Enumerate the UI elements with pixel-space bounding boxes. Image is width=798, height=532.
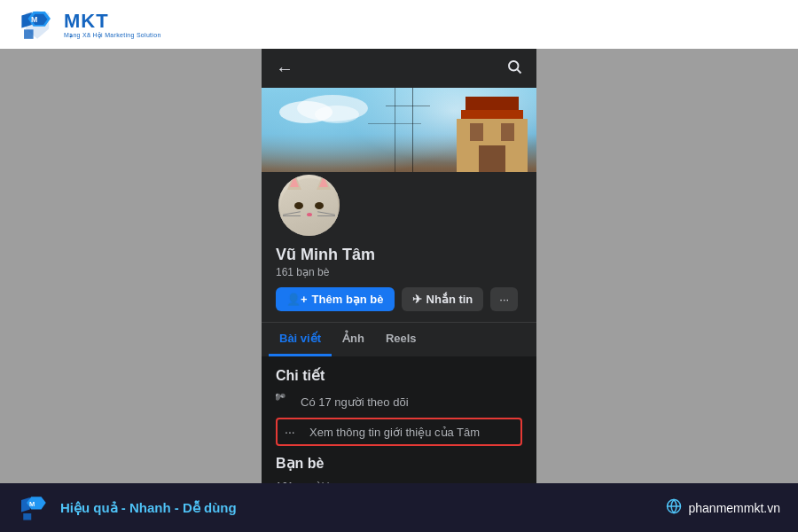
slogan-part1: Hiệu quả - Nhanh - bbox=[60, 500, 183, 515]
svg-text:M: M bbox=[29, 499, 35, 507]
add-friend-button[interactable]: 👤+ Thêm bạn bè bbox=[276, 287, 395, 311]
phone-mockup: ← bbox=[262, 49, 536, 483]
intro-item-highlighted[interactable]: ··· Xem thông tin giới thiệu của Tâm bbox=[276, 418, 522, 446]
bottom-bar: M Hiệu quả - Nhanh - Dễ dùng phanmemmkt.… bbox=[0, 483, 798, 532]
svg-marker-12 bbox=[23, 513, 31, 520]
profile-content: Chi tiết Có 17 người theo dõi ··· Xem th… bbox=[262, 356, 536, 483]
mkt-logo-icon: M bbox=[18, 9, 57, 41]
tab-anh[interactable]: Ảnh bbox=[332, 323, 375, 356]
tab-bai-viet[interactable]: Bài viết bbox=[269, 323, 332, 356]
mkt-brand-name: MKT bbox=[64, 11, 161, 32]
mkt-tagline: Mạng Xã Hội Marketing Solution bbox=[64, 32, 161, 39]
profile-avatar bbox=[276, 172, 342, 239]
intro-icon: ··· bbox=[285, 425, 302, 439]
tab-bai-viet-label: Bài viết bbox=[279, 332, 321, 345]
back-button[interactable]: ← bbox=[276, 59, 293, 79]
add-friend-icon: 👤+ bbox=[286, 293, 308, 306]
profile-avatar-section bbox=[262, 172, 536, 239]
followers-text: Có 17 người theo dõi bbox=[301, 395, 409, 409]
friends-section-title: Bạn bè bbox=[276, 455, 522, 472]
search-button[interactable] bbox=[506, 59, 522, 79]
message-button[interactable]: ✈ Nhắn tin bbox=[402, 287, 484, 311]
message-label: Nhắn tin bbox=[426, 293, 473, 306]
mkt-logo: M MKT Mạng Xã Hội Marketing Solution bbox=[18, 9, 161, 41]
bottom-mkt-logo-icon: M bbox=[18, 495, 51, 521]
svg-line-7 bbox=[517, 69, 520, 73]
outer-background: M MKT Mạng Xã Hội Marketing Solution ← bbox=[0, 0, 798, 532]
svg-point-8 bbox=[281, 394, 285, 397]
bottom-right-section: phanmemmkt.vn bbox=[666, 498, 780, 517]
phone-nav-bar: ← bbox=[262, 49, 536, 88]
followers-icon bbox=[276, 393, 293, 411]
details-section-title: Chi tiết bbox=[276, 367, 522, 384]
messenger-icon: ✈ bbox=[412, 293, 422, 306]
bottom-slogan-text: Hiệu quả - Nhanh - Dễ dùng bbox=[60, 500, 237, 516]
profile-name: Vũ Minh Tâm bbox=[276, 246, 522, 264]
svg-text:M: M bbox=[31, 15, 37, 24]
profile-info-section: Vũ Minh Tâm 161 bạn bè 👤+ Thêm bạn bè ✈ … bbox=[262, 239, 536, 322]
more-icon: ··· bbox=[499, 293, 509, 306]
svg-marker-5 bbox=[24, 29, 34, 39]
bottom-left-section: M Hiệu quả - Nhanh - Dễ dùng bbox=[18, 495, 237, 521]
friends-section: Bạn bè 161 người bạn bbox=[276, 455, 522, 483]
tab-anh-label: Ảnh bbox=[342, 332, 364, 345]
slogan-part2: Dễ dùng bbox=[183, 500, 237, 515]
action-buttons-group: 👤+ Thêm bạn bè ✈ Nhắn tin ··· bbox=[276, 287, 522, 311]
globe-icon bbox=[666, 498, 682, 517]
friends-count-label: 161 bạn bè bbox=[276, 266, 522, 278]
tab-reels-label: Reels bbox=[386, 332, 417, 345]
profile-tabs: Bài viết Ảnh Reels bbox=[262, 322, 536, 356]
top-bar: M MKT Mạng Xã Hội Marketing Solution bbox=[0, 0, 798, 49]
more-options-button[interactable]: ··· bbox=[490, 287, 518, 311]
intro-text: Xem thông tin giới thiệu của Tâm bbox=[309, 426, 480, 439]
add-friend-label: Thêm bạn bè bbox=[312, 293, 384, 306]
tab-reels[interactable]: Reels bbox=[375, 323, 427, 356]
followers-item: Có 17 người theo dõi bbox=[276, 393, 522, 411]
svg-point-6 bbox=[509, 61, 519, 71]
mkt-logo-text: MKT Mạng Xã Hội Marketing Solution bbox=[64, 11, 161, 39]
website-url: phanmemmkt.vn bbox=[689, 501, 780, 515]
